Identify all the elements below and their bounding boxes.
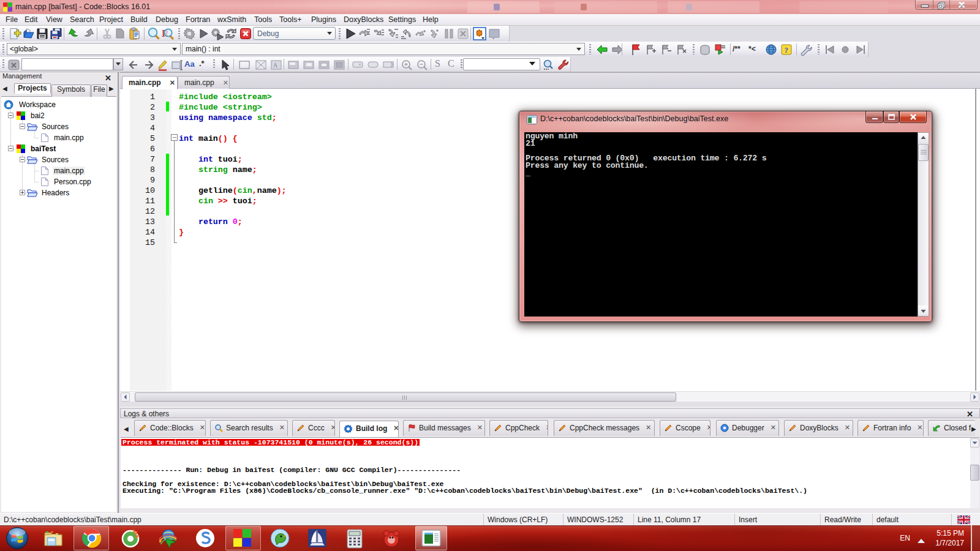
svg-text:?: ? (785, 45, 789, 54)
svg-text:A: A (273, 62, 278, 69)
